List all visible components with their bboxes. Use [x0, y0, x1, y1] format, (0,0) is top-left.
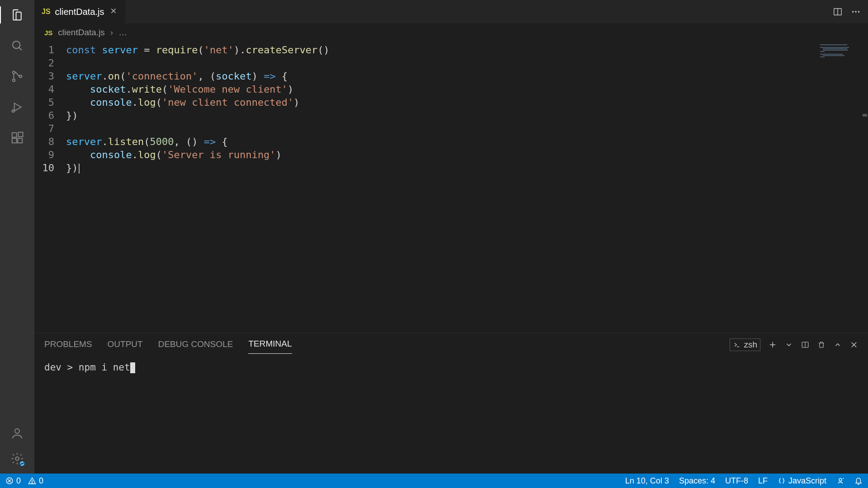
status-feedback-icon[interactable] — [836, 477, 844, 485]
status-language[interactable]: JavaScript — [778, 476, 826, 486]
minimap[interactable] — [818, 42, 868, 333]
split-editor-icon[interactable] — [833, 7, 843, 17]
language-text: JavaScript — [788, 476, 826, 486]
js-file-icon: JS — [42, 8, 51, 16]
status-eol[interactable]: LF — [758, 476, 768, 486]
error-count: 0 — [16, 476, 21, 486]
shell-name: zsh — [744, 340, 757, 350]
more-actions-icon[interactable] — [851, 7, 861, 17]
split-terminal-icon[interactable] — [801, 341, 809, 349]
status-cursor-position[interactable]: Ln 10, Col 3 — [625, 476, 669, 486]
terminal-shell-selector[interactable]: zsh — [730, 338, 760, 351]
svg-point-0 — [13, 41, 20, 48]
accounts-icon[interactable] — [10, 427, 24, 440]
tab-clientdata[interactable]: JS clientData.js — [34, 0, 126, 23]
svg-point-31 — [32, 483, 33, 483]
svg-point-6 — [12, 110, 14, 112]
svg-point-2 — [13, 71, 15, 74]
svg-point-4 — [19, 75, 22, 78]
tab-debug-console[interactable]: DEBUG CONSOLE — [158, 339, 233, 354]
run-debug-icon[interactable] — [10, 100, 24, 114]
svg-rect-8 — [12, 138, 17, 143]
terminal-body[interactable]: dev > npm i net — [34, 354, 868, 474]
status-indentation[interactable]: Spaces: 4 — [679, 476, 715, 486]
bottom-panel: PROBLEMS OUTPUT DEBUG CONSOLE TERMINAL z… — [34, 333, 868, 474]
indentation-text: Spaces: 4 — [679, 476, 715, 486]
extensions-icon[interactable] — [10, 131, 24, 145]
svg-marker-5 — [14, 103, 21, 111]
status-errors[interactable]: 0 — [5, 476, 21, 486]
status-warnings[interactable]: 0 — [28, 476, 43, 486]
eol-text: LF — [758, 476, 768, 486]
breadcrumb-trail: … — [118, 28, 127, 38]
line-number-gutter: 12345678910 — [34, 42, 66, 333]
maximize-panel-icon[interactable] — [834, 341, 842, 349]
svg-point-17 — [852, 11, 854, 13]
svg-rect-7 — [12, 133, 17, 137]
kill-terminal-icon[interactable] — [817, 341, 826, 349]
activity-bar — [0, 0, 34, 474]
svg-point-19 — [858, 11, 860, 13]
search-icon[interactable] — [10, 39, 24, 52]
terminal-dropdown-icon[interactable] — [785, 341, 793, 349]
svg-rect-10 — [19, 132, 23, 137]
breadcrumb[interactable]: JS clientData.js › … — [34, 23, 868, 42]
editor-tab-bar: JS clientData.js — [34, 0, 868, 23]
status-bar: 0 0 Ln 10, Col 3 Spaces: 4 UTF-8 LF Java… — [0, 474, 868, 488]
close-panel-icon[interactable] — [850, 341, 858, 349]
status-encoding[interactable]: UTF-8 — [725, 476, 748, 486]
code-content[interactable]: const server = require('net').createServ… — [66, 42, 818, 333]
close-tab-icon[interactable] — [109, 6, 118, 18]
new-terminal-icon[interactable] — [769, 341, 777, 349]
tab-terminal[interactable]: TERMINAL — [248, 339, 292, 354]
encoding-text: UTF-8 — [725, 476, 748, 486]
chevron-right-icon: › — [110, 28, 113, 38]
explorer-icon[interactable] — [10, 8, 24, 22]
tab-output[interactable]: OUTPUT — [108, 339, 143, 354]
svg-line-1 — [19, 47, 22, 50]
terminal-cursor — [130, 362, 135, 373]
source-control-icon[interactable] — [10, 70, 24, 83]
warning-count: 0 — [39, 476, 43, 486]
breadcrumb-file: clientData.js — [58, 28, 105, 38]
tab-problems[interactable]: PROBLEMS — [44, 339, 92, 354]
sync-badge-icon — [19, 460, 26, 467]
svg-point-18 — [855, 11, 857, 13]
editor-area[interactable]: 12345678910 const server = require('net'… — [34, 42, 868, 333]
svg-point-11 — [15, 429, 19, 433]
svg-point-12 — [15, 457, 19, 460]
js-file-icon: JS — [44, 29, 52, 37]
terminal-line: dev > npm i net — [44, 362, 130, 373]
status-notifications-icon[interactable] — [854, 477, 863, 485]
tab-filename: clientData.js — [55, 7, 104, 17]
svg-point-32 — [839, 479, 842, 481]
svg-rect-9 — [18, 138, 22, 143]
svg-point-3 — [13, 79, 15, 82]
cursor-position-text: Ln 10, Col 3 — [625, 476, 669, 486]
